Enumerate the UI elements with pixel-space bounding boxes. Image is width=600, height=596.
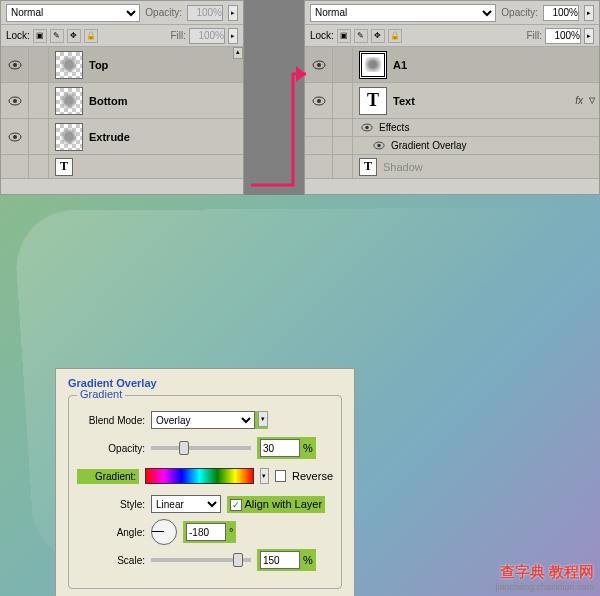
- chevron-down-icon[interactable]: ▾: [260, 468, 269, 484]
- gradient-preview[interactable]: [145, 468, 254, 484]
- eye-icon[interactable]: [8, 96, 22, 106]
- percent-label: %: [303, 554, 313, 566]
- opacity-input[interactable]: [260, 439, 300, 457]
- lock-brush-icon[interactable]: ✎: [50, 29, 64, 43]
- fill-label: Fill:: [170, 30, 186, 41]
- chevron-down-icon[interactable]: ▽: [589, 96, 595, 105]
- lock-all-icon[interactable]: 🔒: [84, 29, 98, 43]
- svg-point-3: [13, 99, 17, 103]
- watermark-main: 查字典 教程网: [495, 563, 594, 582]
- effects-sublayer[interactable]: Effects: [305, 119, 599, 137]
- scale-input[interactable]: [260, 551, 300, 569]
- style-select[interactable]: Linear: [151, 495, 221, 513]
- layer-row-extrude[interactable]: Extrude: [1, 119, 243, 155]
- gradient-overlay-label: Gradient Overlay: [391, 140, 467, 151]
- panel-header: Normal Opacity: ▸: [305, 1, 599, 25]
- scrollbar-up-icon[interactable]: ▴: [233, 47, 243, 59]
- watermark: 查字典 教程网 jiaocheng.chazidian.com: [495, 563, 594, 592]
- lock-transparency-icon[interactable]: ▣: [33, 29, 47, 43]
- reverse-checkbox[interactable]: [275, 470, 286, 482]
- layer-name[interactable]: Bottom: [89, 95, 128, 107]
- layer-name[interactable]: Extrude: [89, 131, 130, 143]
- gradient-overlay-sublayer[interactable]: Gradient Overlay: [305, 137, 599, 155]
- layer-name[interactable]: Text: [393, 95, 415, 107]
- chevron-down-icon[interactable]: ▾: [258, 411, 268, 427]
- layers-list: A1 T Text fx ▽ Effects Gradient Overla: [305, 47, 599, 179]
- layer-name[interactable]: Top: [89, 59, 108, 71]
- left-layers-panel: Normal Opacity: ▸ Lock: ▣ ✎ ✥ 🔒 Fill: ▸ …: [0, 0, 244, 195]
- svg-point-11: [365, 126, 368, 129]
- style-label: Style:: [77, 499, 145, 510]
- fill-input[interactable]: [189, 28, 225, 44]
- svg-point-1: [13, 63, 17, 67]
- eye-icon[interactable]: [312, 60, 326, 70]
- svg-point-13: [377, 144, 380, 147]
- opacity-input[interactable]: [543, 5, 579, 21]
- layer-thumbnail[interactable]: T: [55, 158, 73, 176]
- eye-icon[interactable]: [8, 132, 22, 142]
- align-label: Align with Layer: [244, 498, 322, 510]
- eye-icon[interactable]: [373, 141, 385, 150]
- opacity-slider[interactable]: [151, 446, 251, 450]
- angle-input[interactable]: [186, 523, 226, 541]
- right-layers-panel: Normal Opacity: ▸ Lock: ▣ ✎ ✥ 🔒 Fill: ▸ …: [304, 0, 600, 195]
- fieldset-legend: Gradient: [77, 388, 125, 400]
- layer-row-a1[interactable]: A1: [305, 47, 599, 83]
- layer-thumbnail[interactable]: [55, 123, 83, 151]
- lock-brush-icon[interactable]: ✎: [354, 29, 368, 43]
- dropdown-arrow-icon[interactable]: ▸: [228, 28, 238, 44]
- lock-transparency-icon[interactable]: ▣: [337, 29, 351, 43]
- lock-label: Lock:: [6, 30, 30, 41]
- annotation-arrow: [248, 60, 308, 190]
- blend-mode-select[interactable]: Normal: [6, 4, 140, 22]
- eye-icon[interactable]: [312, 96, 326, 106]
- degree-label: °: [229, 526, 233, 538]
- type-layer-thumbnail[interactable]: T: [359, 87, 387, 115]
- dropdown-arrow-icon[interactable]: ▸: [584, 5, 594, 21]
- align-checkbox[interactable]: ✓: [230, 499, 242, 511]
- layer-thumbnail[interactable]: [55, 87, 83, 115]
- gradient-label: Gradient:: [77, 469, 139, 484]
- blend-mode-select[interactable]: Overlay: [151, 411, 255, 429]
- watermark-sub: jiaocheng.chazidian.com: [495, 582, 594, 592]
- lock-move-icon[interactable]: ✥: [67, 29, 81, 43]
- lock-row: Lock: ▣ ✎ ✥ 🔒 Fill: ▸: [305, 25, 599, 47]
- eye-icon[interactable]: [361, 123, 373, 132]
- blend-mode-select[interactable]: Normal: [310, 4, 496, 22]
- reverse-label: Reverse: [292, 470, 333, 482]
- layer-row-top[interactable]: Top: [1, 47, 243, 83]
- type-layer-thumbnail[interactable]: T: [359, 158, 377, 176]
- angle-label: Angle:: [77, 527, 145, 538]
- dropdown-arrow-icon[interactable]: ▸: [584, 28, 594, 44]
- fill-label: Fill:: [526, 30, 542, 41]
- layer-row-shadow[interactable]: T Shadow: [305, 155, 599, 179]
- layer-thumbnail[interactable]: [55, 51, 83, 79]
- layer-row-text[interactable]: T Text fx ▽: [305, 83, 599, 119]
- fill-input[interactable]: [545, 28, 581, 44]
- svg-point-5: [13, 135, 17, 139]
- layer-row-partial[interactable]: T: [1, 155, 243, 179]
- panel-header: Normal Opacity: ▸: [1, 1, 243, 25]
- svg-point-7: [317, 63, 321, 67]
- fx-badge[interactable]: fx: [575, 95, 583, 106]
- opacity-label: Opacity:: [77, 443, 145, 454]
- effects-label: Effects: [379, 122, 409, 133]
- lock-move-icon[interactable]: ✥: [371, 29, 385, 43]
- opacity-input[interactable]: [187, 5, 223, 21]
- percent-label: %: [303, 442, 313, 454]
- layer-row-bottom[interactable]: Bottom: [1, 83, 243, 119]
- lock-row: Lock: ▣ ✎ ✥ 🔒 Fill: ▸: [1, 25, 243, 47]
- blend-mode-label: Blend Mode:: [77, 415, 145, 426]
- lock-all-icon[interactable]: 🔒: [388, 29, 402, 43]
- opacity-label: Opacity:: [501, 7, 538, 18]
- scale-slider[interactable]: [151, 558, 251, 562]
- layer-thumbnail[interactable]: [359, 51, 387, 79]
- scale-label: Scale:: [77, 555, 145, 566]
- eye-icon[interactable]: [8, 60, 22, 70]
- opacity-label: Opacity:: [145, 7, 182, 18]
- angle-wheel[interactable]: [151, 519, 177, 545]
- lock-label: Lock:: [310, 30, 334, 41]
- layer-name[interactable]: Shadow: [383, 161, 423, 173]
- layer-name[interactable]: A1: [393, 59, 407, 71]
- dropdown-arrow-icon[interactable]: ▸: [228, 5, 238, 21]
